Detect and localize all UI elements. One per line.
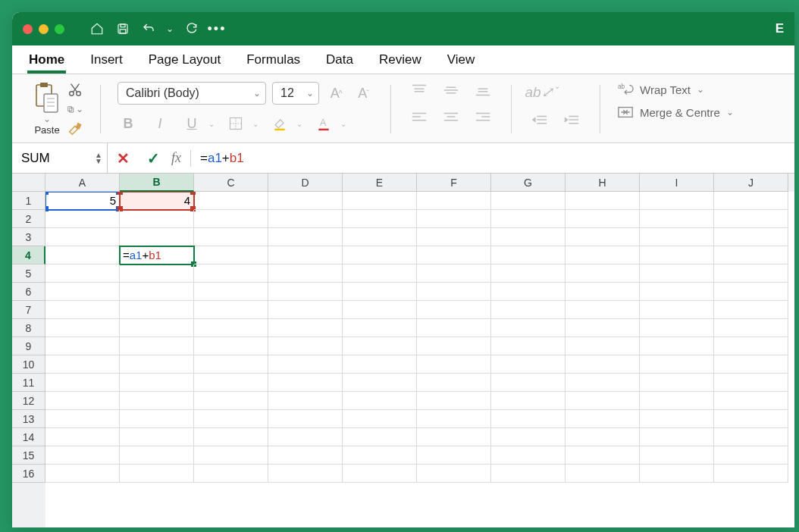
cell-G3[interactable]	[491, 228, 566, 246]
cell-I16[interactable]	[640, 465, 714, 483]
cell-A13[interactable]	[45, 410, 120, 428]
cell-D8[interactable]	[268, 319, 343, 337]
cell-J6[interactable]	[714, 283, 788, 301]
cell-H9[interactable]	[566, 337, 640, 355]
row-header-5[interactable]: 5	[12, 264, 45, 283]
cell-F14[interactable]	[417, 428, 491, 446]
align-top-icon[interactable]	[408, 82, 431, 99]
cell-F9[interactable]	[417, 337, 491, 355]
cell-A12[interactable]	[45, 392, 120, 410]
cell-B10[interactable]	[120, 355, 194, 374]
cell-D6[interactable]	[268, 283, 343, 301]
cell-A15[interactable]	[45, 446, 120, 465]
cell-F4[interactable]	[417, 246, 491, 264]
cell-J1[interactable]	[714, 192, 788, 210]
cell-H3[interactable]	[566, 228, 640, 246]
cell-D4[interactable]	[268, 246, 343, 264]
cell-H14[interactable]	[566, 428, 640, 446]
font-size-combo[interactable]: 12 ⌄	[272, 82, 319, 105]
cell-B14[interactable]	[120, 428, 194, 446]
cell-F2[interactable]	[417, 210, 491, 228]
fill-color-dropdown-icon[interactable]: ⌄	[296, 120, 302, 128]
close-window-button[interactable]	[23, 24, 33, 34]
underline-dropdown-icon[interactable]: ⌄	[208, 120, 215, 128]
cell-G13[interactable]	[491, 410, 566, 428]
row-header-9[interactable]: 9	[12, 337, 45, 355]
cell-F11[interactable]	[417, 374, 491, 392]
cell-J10[interactable]	[714, 355, 788, 374]
cell-D7[interactable]	[268, 301, 343, 319]
cell-C15[interactable]	[194, 446, 268, 465]
cell-G16[interactable]	[491, 465, 566, 483]
font-color-dropdown-icon[interactable]: ⌄	[340, 120, 346, 128]
tab-insert[interactable]: Insert	[89, 48, 124, 74]
orientation-button[interactable]: ab⤢	[528, 82, 550, 102]
cell-D14[interactable]	[268, 428, 343, 446]
cell-H6[interactable]	[566, 283, 640, 301]
cell-I2[interactable]	[640, 210, 714, 228]
borders-button[interactable]	[225, 114, 246, 133]
cell-G4[interactable]	[491, 246, 566, 264]
cell-A1[interactable]: 5	[45, 192, 120, 210]
paste-dropdown-icon[interactable]: ⌄	[43, 114, 51, 124]
cell-I9[interactable]	[640, 337, 714, 355]
tab-page-layout[interactable]: Page Layout	[147, 48, 222, 74]
cell-C11[interactable]	[194, 374, 268, 392]
cell-A14[interactable]	[45, 428, 120, 446]
row-header-11[interactable]: 11	[12, 374, 45, 392]
cell-F3[interactable]	[417, 228, 491, 246]
format-painter-icon[interactable]	[67, 121, 83, 136]
cell-D1[interactable]	[268, 192, 343, 210]
cell-G7[interactable]	[491, 301, 566, 319]
cell-E2[interactable]	[343, 210, 417, 228]
cell-A11[interactable]	[45, 374, 120, 392]
cell-J2[interactable]	[714, 210, 788, 228]
cell-A9[interactable]	[45, 337, 120, 355]
cell-C8[interactable]	[194, 319, 268, 337]
cell-C9[interactable]	[194, 337, 268, 355]
tab-formulas[interactable]: Formulas	[245, 48, 302, 74]
cell-J3[interactable]	[714, 228, 788, 246]
column-header-E[interactable]: E	[343, 174, 417, 192]
cell-B8[interactable]	[120, 319, 194, 337]
cell-J15[interactable]	[714, 446, 788, 465]
cell-I14[interactable]	[640, 428, 714, 446]
row-header-1[interactable]: 1	[12, 192, 45, 210]
cell-F15[interactable]	[417, 446, 491, 465]
cell-J16[interactable]	[714, 465, 788, 483]
cell-C10[interactable]	[194, 355, 268, 374]
cell-F16[interactable]	[417, 465, 491, 483]
cell-G9[interactable]	[491, 337, 566, 355]
cell-B6[interactable]	[120, 283, 194, 301]
cell-J8[interactable]	[714, 319, 788, 337]
cell-H2[interactable]	[566, 210, 640, 228]
cell-G12[interactable]	[491, 392, 566, 410]
cell-J5[interactable]	[714, 264, 788, 283]
cell-B4[interactable]: =a1+b1	[120, 246, 194, 264]
cell-C3[interactable]	[194, 228, 268, 246]
cell-D9[interactable]	[268, 337, 343, 355]
cell-G15[interactable]	[491, 446, 566, 465]
cell-J12[interactable]	[714, 392, 788, 410]
cell-E11[interactable]	[343, 374, 417, 392]
cell-F10[interactable]	[417, 355, 491, 374]
cell-E13[interactable]	[343, 410, 417, 428]
cell-G11[interactable]	[491, 374, 566, 392]
column-header-I[interactable]: I	[640, 174, 714, 192]
cell-B2[interactable]	[120, 210, 194, 228]
cell-G8[interactable]	[491, 319, 566, 337]
cell-B3[interactable]	[120, 228, 194, 246]
cell-B15[interactable]	[120, 446, 194, 465]
cell-I8[interactable]	[640, 319, 714, 337]
cell-F12[interactable]	[417, 392, 491, 410]
cell-E3[interactable]	[343, 228, 417, 246]
cell-B11[interactable]	[120, 374, 194, 392]
cell-G6[interactable]	[491, 283, 566, 301]
font-color-button[interactable]: A	[313, 114, 334, 133]
bold-button[interactable]: B	[118, 114, 139, 133]
row-header-4[interactable]: 4	[12, 246, 45, 264]
select-all-corner[interactable]	[12, 174, 45, 192]
cell-C2[interactable]	[194, 210, 268, 228]
cell-A7[interactable]	[45, 301, 120, 319]
row-header-14[interactable]: 14	[12, 428, 45, 446]
